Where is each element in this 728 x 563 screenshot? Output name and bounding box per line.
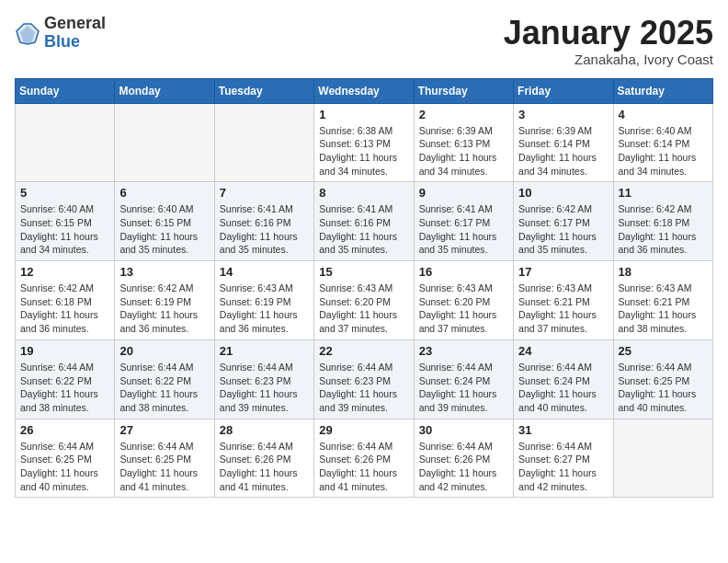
calendar-cell: 31Sunrise: 6:44 AMSunset: 6:27 PMDayligh… bbox=[514, 419, 613, 498]
calendar-cell: 21Sunrise: 6:44 AMSunset: 6:23 PMDayligh… bbox=[214, 339, 313, 419]
calendar-cell bbox=[16, 103, 115, 182]
day-info: Sunrise: 6:40 AMSunset: 6:14 PMDaylight:… bbox=[619, 124, 708, 178]
day-info: Sunrise: 6:40 AMSunset: 6:15 PMDaylight:… bbox=[20, 202, 109, 257]
calendar-cell: 3Sunrise: 6:39 AMSunset: 6:14 PMDaylight… bbox=[514, 103, 613, 182]
calendar-cell: 25Sunrise: 6:44 AMSunset: 6:25 PMDayligh… bbox=[613, 339, 712, 419]
calendar-cell: 2Sunrise: 6:39 AMSunset: 6:13 PMDaylight… bbox=[414, 103, 513, 182]
calendar-week-row: 1Sunrise: 6:38 AMSunset: 6:13 PMDaylight… bbox=[16, 103, 713, 182]
day-info: Sunrise: 6:44 AMSunset: 6:25 PMDaylight:… bbox=[619, 361, 708, 415]
day-info: Sunrise: 6:39 AMSunset: 6:14 PMDaylight:… bbox=[518, 124, 608, 178]
day-info: Sunrise: 6:42 AMSunset: 6:19 PMDaylight:… bbox=[119, 282, 209, 336]
calendar-cell: 29Sunrise: 6:44 AMSunset: 6:26 PMDayligh… bbox=[314, 419, 414, 498]
calendar-cell: 22Sunrise: 6:44 AMSunset: 6:23 PMDayligh… bbox=[314, 339, 414, 419]
logo: General Blue bbox=[15, 15, 106, 52]
day-number: 20 bbox=[119, 344, 209, 358]
calendar-cell: 10Sunrise: 6:42 AMSunset: 6:17 PMDayligh… bbox=[514, 182, 613, 261]
day-info: Sunrise: 6:43 AMSunset: 6:20 PMDaylight:… bbox=[419, 282, 508, 336]
day-number: 30 bbox=[419, 423, 508, 437]
calendar-cell: 9Sunrise: 6:41 AMSunset: 6:17 PMDaylight… bbox=[414, 182, 513, 261]
header-cell-sunday: Sunday bbox=[16, 78, 115, 103]
logo-general: General bbox=[44, 14, 106, 32]
calendar-cell: 28Sunrise: 6:44 AMSunset: 6:26 PMDayligh… bbox=[214, 419, 313, 498]
calendar-cell: 17Sunrise: 6:43 AMSunset: 6:21 PMDayligh… bbox=[514, 261, 613, 340]
day-info: Sunrise: 6:42 AMSunset: 6:17 PMDaylight:… bbox=[518, 202, 608, 257]
header-cell-friday: Friday bbox=[514, 78, 613, 103]
day-number: 25 bbox=[619, 344, 708, 358]
logo-text: General Blue bbox=[44, 15, 106, 52]
calendar-cell: 11Sunrise: 6:42 AMSunset: 6:18 PMDayligh… bbox=[613, 182, 712, 261]
day-number: 19 bbox=[20, 344, 109, 358]
day-info: Sunrise: 6:42 AMSunset: 6:18 PMDaylight:… bbox=[20, 282, 109, 336]
title-block: January 2025 Zanakaha, Ivory Coast bbox=[504, 15, 713, 67]
day-info: Sunrise: 6:43 AMSunset: 6:21 PMDaylight:… bbox=[518, 282, 608, 336]
day-info: Sunrise: 6:44 AMSunset: 6:22 PMDaylight:… bbox=[119, 361, 209, 415]
day-number: 8 bbox=[319, 186, 408, 200]
calendar-cell: 20Sunrise: 6:44 AMSunset: 6:22 PMDayligh… bbox=[115, 339, 214, 419]
day-info: Sunrise: 6:38 AMSunset: 6:13 PMDaylight:… bbox=[319, 124, 408, 178]
calendar-cell: 30Sunrise: 6:44 AMSunset: 6:26 PMDayligh… bbox=[414, 419, 513, 498]
day-number: 23 bbox=[419, 344, 508, 358]
header-cell-monday: Monday bbox=[115, 78, 214, 103]
day-info: Sunrise: 6:40 AMSunset: 6:15 PMDaylight:… bbox=[119, 202, 209, 257]
day-number: 15 bbox=[319, 265, 408, 279]
calendar-cell: 23Sunrise: 6:44 AMSunset: 6:24 PMDayligh… bbox=[414, 339, 513, 419]
day-number: 22 bbox=[319, 344, 408, 358]
calendar-cell: 18Sunrise: 6:43 AMSunset: 6:21 PMDayligh… bbox=[613, 261, 712, 340]
calendar-cell bbox=[115, 103, 214, 182]
month-title: January 2025 bbox=[504, 15, 713, 52]
calendar-cell: 8Sunrise: 6:41 AMSunset: 6:16 PMDaylight… bbox=[314, 182, 414, 261]
day-number: 11 bbox=[619, 186, 708, 200]
calendar-cell bbox=[613, 419, 712, 498]
day-number: 16 bbox=[419, 265, 508, 279]
day-number: 26 bbox=[20, 423, 109, 437]
header-cell-thursday: Thursday bbox=[414, 78, 513, 103]
calendar-week-row: 26Sunrise: 6:44 AMSunset: 6:25 PMDayligh… bbox=[16, 419, 713, 498]
day-info: Sunrise: 6:44 AMSunset: 6:25 PMDaylight:… bbox=[119, 440, 209, 494]
day-info: Sunrise: 6:44 AMSunset: 6:22 PMDaylight:… bbox=[20, 361, 109, 415]
day-number: 14 bbox=[220, 265, 309, 279]
day-number: 29 bbox=[319, 423, 408, 437]
day-number: 13 bbox=[119, 265, 209, 279]
calendar-week-row: 12Sunrise: 6:42 AMSunset: 6:18 PMDayligh… bbox=[16, 261, 713, 340]
day-info: Sunrise: 6:44 AMSunset: 6:26 PMDaylight:… bbox=[319, 440, 408, 494]
calendar-cell: 7Sunrise: 6:41 AMSunset: 6:16 PMDaylight… bbox=[214, 182, 313, 261]
calendar-cell: 6Sunrise: 6:40 AMSunset: 6:15 PMDaylight… bbox=[115, 182, 214, 261]
calendar-cell: 15Sunrise: 6:43 AMSunset: 6:20 PMDayligh… bbox=[314, 261, 414, 340]
day-info: Sunrise: 6:44 AMSunset: 6:26 PMDaylight:… bbox=[419, 440, 508, 494]
day-number: 27 bbox=[119, 423, 209, 437]
day-number: 7 bbox=[220, 186, 309, 200]
day-number: 17 bbox=[518, 265, 608, 279]
day-info: Sunrise: 6:41 AMSunset: 6:16 PMDaylight:… bbox=[319, 202, 408, 257]
calendar-cell: 27Sunrise: 6:44 AMSunset: 6:25 PMDayligh… bbox=[115, 419, 214, 498]
calendar-cell: 26Sunrise: 6:44 AMSunset: 6:25 PMDayligh… bbox=[16, 419, 115, 498]
day-info: Sunrise: 6:41 AMSunset: 6:16 PMDaylight:… bbox=[220, 202, 309, 257]
calendar-body: 1Sunrise: 6:38 AMSunset: 6:13 PMDaylight… bbox=[16, 103, 713, 498]
calendar-cell: 4Sunrise: 6:40 AMSunset: 6:14 PMDaylight… bbox=[613, 103, 712, 182]
day-number: 18 bbox=[619, 265, 708, 279]
day-number: 9 bbox=[419, 186, 508, 200]
day-number: 2 bbox=[419, 108, 508, 121]
day-info: Sunrise: 6:43 AMSunset: 6:21 PMDaylight:… bbox=[619, 282, 708, 336]
day-number: 4 bbox=[619, 108, 708, 121]
day-info: Sunrise: 6:44 AMSunset: 6:23 PMDaylight:… bbox=[319, 361, 408, 415]
header-row: SundayMondayTuesdayWednesdayThursdayFrid… bbox=[16, 78, 713, 103]
calendar-table: SundayMondayTuesdayWednesdayThursdayFrid… bbox=[15, 78, 713, 499]
day-number: 31 bbox=[518, 423, 608, 437]
day-number: 6 bbox=[119, 186, 209, 200]
calendar-cell bbox=[214, 103, 313, 182]
header-cell-saturday: Saturday bbox=[613, 78, 712, 103]
day-number: 1 bbox=[319, 108, 408, 121]
location: Zanakaha, Ivory Coast bbox=[504, 52, 713, 67]
calendar-cell: 1Sunrise: 6:38 AMSunset: 6:13 PMDaylight… bbox=[314, 103, 414, 182]
calendar-cell: 24Sunrise: 6:44 AMSunset: 6:24 PMDayligh… bbox=[514, 339, 613, 419]
day-info: Sunrise: 6:44 AMSunset: 6:24 PMDaylight:… bbox=[419, 361, 508, 415]
day-info: Sunrise: 6:44 AMSunset: 6:26 PMDaylight:… bbox=[220, 440, 309, 494]
calendar-cell: 12Sunrise: 6:42 AMSunset: 6:18 PMDayligh… bbox=[16, 261, 115, 340]
calendar-cell: 13Sunrise: 6:42 AMSunset: 6:19 PMDayligh… bbox=[115, 261, 214, 340]
calendar-header: SundayMondayTuesdayWednesdayThursdayFrid… bbox=[16, 78, 713, 103]
header-cell-tuesday: Tuesday bbox=[214, 78, 313, 103]
calendar-cell: 16Sunrise: 6:43 AMSunset: 6:20 PMDayligh… bbox=[414, 261, 513, 340]
day-number: 3 bbox=[518, 108, 608, 121]
day-number: 28 bbox=[220, 423, 309, 437]
day-info: Sunrise: 6:39 AMSunset: 6:13 PMDaylight:… bbox=[419, 124, 508, 178]
